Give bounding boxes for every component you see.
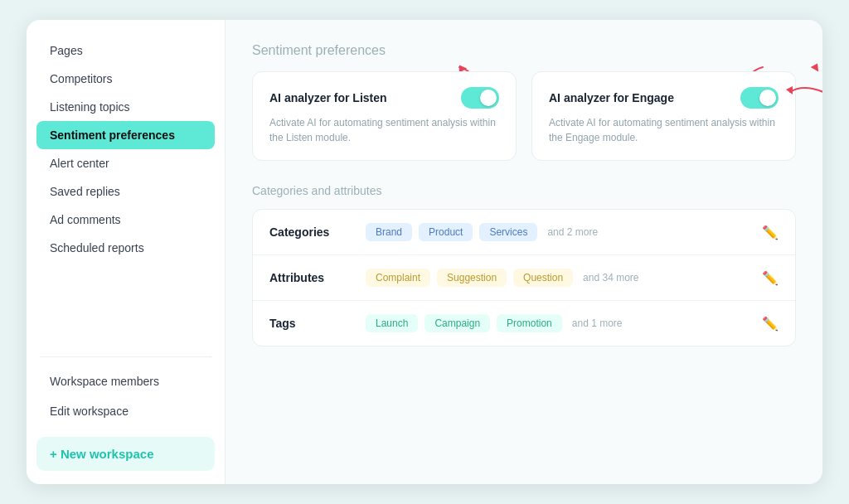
categories-tags: Brand Product Services and 2 more bbox=[366, 223, 749, 241]
tag-question: Question bbox=[513, 269, 573, 287]
ai-card-listen-desc: Activate AI for automating sentiment ana… bbox=[269, 115, 499, 145]
sidebar-bottom: Workspace members Edit workspace bbox=[27, 367, 225, 425]
sidebar-item-competitors[interactable]: Competitors bbox=[36, 65, 215, 93]
sidebar-item-alert-center[interactable]: Alert center bbox=[36, 149, 215, 177]
ai-card-listen-title: AI analyzer for Listen bbox=[269, 91, 387, 104]
tags-edit-icon[interactable]: ✏️ bbox=[762, 316, 779, 332]
sidebar: Pages Competitors Listening topics Senti… bbox=[27, 20, 226, 484]
categories-label: Categories bbox=[269, 225, 352, 239]
sidebar-divider bbox=[40, 356, 211, 357]
categories-row: Categories Brand Product Services and 2 … bbox=[253, 210, 795, 255]
attributes-row: Attributes Complaint Suggestion Question… bbox=[253, 255, 795, 301]
tag-campaign: Campaign bbox=[424, 314, 490, 332]
new-workspace-button[interactable]: + New workspace bbox=[36, 437, 215, 471]
tag-launch: Launch bbox=[366, 314, 418, 332]
sidebar-item-edit-workspace[interactable]: Edit workspace bbox=[36, 397, 215, 425]
sidebar-item-ad-comments[interactable]: Ad comments bbox=[36, 206, 215, 234]
tag-suggestion: Suggestion bbox=[437, 269, 507, 287]
tag-complaint: Complaint bbox=[366, 269, 430, 287]
tag-product: Product bbox=[419, 223, 473, 241]
sidebar-nav: Pages Competitors Listening topics Senti… bbox=[27, 36, 225, 346]
sidebar-item-saved-replies[interactable]: Saved replies bbox=[36, 177, 215, 206]
tags-label: Tags bbox=[269, 317, 352, 330]
tags-row: Tags Launch Campaign Promotion and 1 mor… bbox=[253, 301, 795, 346]
sidebar-item-scheduled-reports[interactable]: Scheduled reports bbox=[36, 234, 215, 262]
sidebar-item-workspace-members[interactable]: Workspace members bbox=[36, 367, 215, 395]
main-content: Sentiment preferences AI analyzer for Li… bbox=[226, 20, 822, 484]
tag-services: Services bbox=[479, 223, 537, 241]
ai-card-engage-desc: Activate AI for automating sentiment ana… bbox=[549, 115, 779, 145]
app-container: Pages Competitors Listening topics Senti… bbox=[27, 20, 822, 484]
ai-engage-toggle[interactable] bbox=[740, 87, 779, 109]
attributes-container: Categories Brand Product Services and 2 … bbox=[252, 209, 796, 346]
ai-card-engage-title: AI analyzer for Engage bbox=[549, 91, 674, 104]
categories-edit-icon[interactable]: ✏️ bbox=[762, 225, 779, 240]
tags-tags: Launch Campaign Promotion and 1 more bbox=[366, 314, 749, 332]
attributes-label: Attributes bbox=[269, 271, 352, 284]
sidebar-item-listening-topics[interactable]: Listening topics bbox=[36, 93, 215, 121]
ai-card-listen-header: AI analyzer for Listen bbox=[269, 87, 499, 109]
attributes-tags: Complaint Suggestion Question and 34 mor… bbox=[366, 269, 749, 287]
sidebar-item-pages[interactable]: Pages bbox=[36, 36, 215, 65]
section-title: Sentiment preferences bbox=[252, 43, 796, 58]
ai-card-engage-header: AI analyzer for Engage bbox=[549, 87, 779, 109]
tags-more: and 1 more bbox=[572, 317, 623, 329]
categories-section-title: Categories and attributes bbox=[252, 184, 796, 197]
ai-card-engage: AI analyzer for Engage Activate AI for a… bbox=[531, 71, 796, 161]
tag-brand: Brand bbox=[366, 223, 412, 241]
ai-card-listen: AI analyzer for Listen Activate AI for a… bbox=[252, 71, 517, 161]
svg-marker-1 bbox=[811, 61, 822, 71]
tag-promotion: Promotion bbox=[497, 314, 562, 332]
attributes-edit-icon[interactable]: ✏️ bbox=[762, 270, 779, 286]
attributes-more: and 34 more bbox=[583, 272, 638, 284]
ai-cards-row: AI analyzer for Listen Activate AI for a… bbox=[252, 71, 796, 161]
sidebar-item-sentiment-preferences[interactable]: Sentiment preferences bbox=[36, 121, 215, 149]
ai-listen-toggle[interactable] bbox=[461, 87, 499, 109]
categories-more: and 2 more bbox=[547, 226, 598, 238]
